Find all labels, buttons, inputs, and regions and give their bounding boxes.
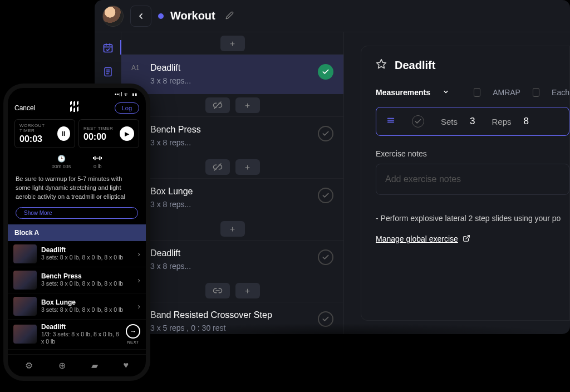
phone-exercise-row[interactable]: Box Lunge3 sets: 8 x 0 lb, 8 x 0 lb, 8 x…: [8, 293, 146, 320]
dumbbell-icon: [93, 155, 102, 163]
manage-global-link[interactable]: Manage global exercise: [376, 234, 470, 244]
sets-value[interactable]: 3: [470, 116, 475, 127]
back-button[interactable]: [130, 6, 151, 27]
each-checkbox[interactable]: [533, 88, 539, 97]
pause-button[interactable]: [57, 126, 70, 141]
chevron-right-icon: ›: [137, 249, 140, 258]
exercise-name: Box Lunge: [150, 187, 310, 197]
drag-handle-icon[interactable]: [386, 116, 395, 127]
heart-icon[interactable]: ♥: [124, 360, 129, 371]
amrap-checkbox[interactable]: [474, 88, 480, 97]
topbar: Workout: [95, 0, 570, 32]
cancel-button[interactable]: Cancel: [14, 104, 35, 112]
svg-rect-13: [96, 158, 99, 158]
user-avatar[interactable]: [102, 6, 124, 27]
sets-label: Sets: [441, 117, 458, 126]
add-exercise-button[interactable]: ＋: [235, 159, 260, 175]
set-row[interactable]: Sets3 Reps8: [376, 107, 569, 136]
exercise-detail: 3 x 5 reps , 0 : 30 rest: [150, 324, 310, 332]
exercise-thumb: [13, 297, 37, 316]
reps-value[interactable]: 8: [524, 116, 529, 127]
add-exercise-button[interactable]: ＋: [220, 221, 245, 237]
exercise-id: A1: [131, 63, 142, 72]
notes-input[interactable]: Add exercise notes: [376, 164, 569, 195]
add-icon[interactable]: ⊕: [58, 360, 66, 371]
clock-icon: 🕒: [52, 155, 71, 163]
phone-bottom-nav: ⚙ ⊕ ▰ ♥: [8, 354, 146, 376]
edit-title-icon[interactable]: [225, 11, 234, 21]
status-dot: [158, 13, 164, 19]
phone-exercise-row[interactable]: Bench Press3 sets: 8 x 0 lb, 8 x 0 lb, 8…: [8, 267, 146, 293]
star-icon[interactable]: [376, 58, 387, 72]
svg-rect-0: [104, 45, 112, 52]
exercise-thumb: [13, 271, 37, 290]
exercise-row[interactable]: A3 Box Lunge 3 x 8 reps...: [121, 178, 343, 218]
svg-rect-15: [101, 157, 102, 159]
exercise-detail-pane: Deadlift Measurements AMRAP Each: [344, 32, 570, 334]
gear-icon[interactable]: ⚙: [25, 360, 33, 371]
status-check-icon[interactable]: [318, 249, 333, 265]
svg-rect-11: [93, 157, 94, 159]
page-title: Workout: [170, 9, 215, 22]
exercise-thumb: [13, 325, 37, 344]
rest-timer: REST TIMER 00:00: [78, 119, 139, 148]
exercise-row[interactable]: C Band Resisted Crossover Step 3 x 5 rep…: [121, 302, 343, 334]
status-check-icon[interactable]: [318, 188, 333, 203]
external-link-icon: [463, 234, 470, 244]
svg-marker-6: [377, 60, 386, 68]
add-exercise-button[interactable]: ＋: [220, 36, 245, 51]
chevron-right-icon: ›: [137, 302, 140, 311]
exercise-detail: 3 x 8 reps...: [150, 76, 310, 85]
exercise-thumb: [13, 244, 37, 263]
exercise-row[interactable]: B Deadlift 3 x 8 reps...: [121, 240, 343, 280]
unlink-icon[interactable]: [205, 97, 230, 113]
status-check-icon[interactable]: [318, 311, 333, 327]
each-label: Each: [552, 88, 569, 97]
instruction-text: - Perform explosive lateral 2 step slide…: [376, 214, 569, 223]
status-check-icon[interactable]: [318, 126, 333, 141]
unlink-icon[interactable]: [205, 159, 230, 175]
exercise-detail: 3 x 8 reps...: [150, 138, 310, 147]
workout-note: Be sure to warmup for 5-7 minutes with s…: [8, 175, 146, 202]
exercise-name: Deadlift: [150, 63, 310, 73]
svg-line-10: [466, 235, 469, 238]
workout-editor-panel: Workout ＋ A1 Deadlift 3 x 8 reps...: [95, 0, 570, 334]
status-check-icon[interactable]: [318, 64, 333, 80]
reps-label: Reps: [492, 117, 511, 126]
calendar-check-icon[interactable]: [102, 42, 114, 56]
notes-icon[interactable]: [102, 66, 114, 80]
exercise-detail: 3 x 8 reps...: [150, 200, 310, 209]
measurements-label[interactable]: Measurements: [376, 88, 430, 97]
phone-status-bar: ••ıl ᯤ ▮▮: [8, 88, 146, 99]
exercise-row[interactable]: A2 Bench Press 3 x 8 reps...: [121, 116, 343, 156]
chevron-down-icon[interactable]: [443, 89, 449, 96]
add-exercise-button[interactable]: ＋: [235, 97, 260, 113]
log-button[interactable]: Log: [115, 102, 139, 114]
set-done-checkbox[interactable]: [412, 115, 424, 128]
phone-current-exercise[interactable]: Deadlift1/3: 3 sets: 8 x 0 lb, 8 x 0 lb,…: [8, 320, 146, 350]
exercise-name: Deadlift: [150, 248, 310, 258]
detail-title: Deadlift: [395, 59, 435, 72]
workout-timer: WORKOUT TIMER 00:03: [14, 119, 75, 148]
exercise-detail: 3 x 8 reps...: [150, 262, 310, 271]
exercise-name: Bench Press: [150, 125, 310, 135]
link-icon[interactable]: [205, 283, 230, 298]
add-exercise-button[interactable]: ＋: [235, 283, 260, 298]
app-logo-icon: [68, 101, 82, 115]
exercise-row[interactable]: A1 Deadlift 3 x 8 reps...: [121, 55, 343, 94]
chevron-right-icon: ›: [137, 276, 140, 285]
exercise-name: Band Resisted Crossover Step: [150, 310, 310, 320]
next-button[interactable]: →: [126, 324, 140, 339]
phone-mock: ••ıl ᯤ ▮▮ Cancel Log WORKOUT TIMER 00:03…: [3, 84, 150, 381]
svg-rect-12: [95, 156, 96, 160]
amrap-label: AMRAP: [493, 88, 520, 97]
phone-exercise-row[interactable]: Deadlift3 sets: 8 x 0 lb, 8 x 0 lb, 8 x …: [8, 241, 146, 267]
exercise-list: ＋ A1 Deadlift 3 x 8 reps... ＋ A2 Bench P…: [121, 32, 344, 334]
notes-label: Exercise notes: [376, 149, 569, 158]
play-button[interactable]: [120, 126, 134, 141]
show-more-button[interactable]: Show More: [16, 207, 138, 219]
block-header: Block A: [8, 224, 146, 241]
note-icon[interactable]: ▰: [91, 360, 98, 371]
svg-rect-14: [100, 156, 101, 160]
